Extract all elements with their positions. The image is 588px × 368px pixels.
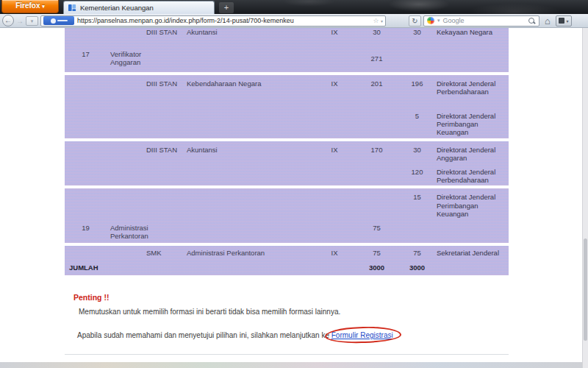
table-cell-no: [65, 246, 107, 261]
table-cell-unit: Direktorat Jenderal Perbendaharaan: [434, 163, 509, 185]
table-cell-pendidikan: [145, 219, 185, 243]
search-icon[interactable]: [528, 17, 536, 25]
table-cell-no: JUMLAH: [65, 261, 107, 275]
table-cell-gol: IX: [316, 28, 353, 46]
back-button[interactable]: ←: [2, 15, 14, 26]
table-cell-unit: Direktorat Jenderal Anggaran: [434, 141, 509, 163]
table-row: DIII STANAkuntansiIX3030Direktorat Jende…: [65, 28, 509, 46]
forward-button[interactable]: →: [16, 17, 24, 25]
search-input[interactable]: ▾ Google: [423, 15, 539, 26]
site-identity-icon: [51, 18, 56, 24]
url-text[interactable]: https://panselnas.menpan.go.id/index.php…: [77, 17, 370, 24]
site-identity-glyph: [57, 20, 68, 21]
search-engine-caret-icon[interactable]: ▾: [437, 18, 440, 24]
table-cell-prodi: [185, 188, 316, 219]
note-line2: Apabila sudah memahami dan menyetujui pi…: [77, 331, 485, 339]
firefox-menu-button[interactable]: Firefox ▾: [1, 0, 59, 13]
table-cell-pendidikan: [145, 163, 185, 185]
table-cell-no: [65, 107, 107, 138]
tab-title: Kementerian Keuangan: [80, 4, 154, 12]
notes-section: Penting !! Memutuskan untuk memilih form…: [74, 293, 485, 339]
table-cell-prodi: [185, 219, 316, 243]
table-cell-pendidikan: [145, 188, 185, 219]
bookmark-star-icon[interactable]: ☆ ▾: [373, 17, 383, 24]
table-cell-count: [401, 219, 434, 243]
table-cell-no: [65, 188, 107, 219]
table-cell-unit: Direktorat Jenderal Perimbangan Keuangan: [434, 107, 509, 138]
table-cell-jabatan: [107, 246, 145, 261]
table-cell-no: 19: [65, 219, 107, 243]
new-tab-button[interactable]: +: [219, 2, 234, 13]
table-cell-unit: Direktorat Jenderal Perimbangan Keuangan: [434, 188, 509, 219]
table-cell-pendidikan: SMK: [145, 246, 185, 261]
home-button[interactable]: ⌂: [542, 15, 553, 26]
table-cell-unit: Direktorat Jenderal Kekayaan Negara: [434, 28, 509, 46]
table-cell-jabatan: [107, 107, 145, 138]
table-cell-unit: [434, 46, 509, 72]
table-cell-count: 196: [401, 75, 434, 107]
table-cell-no: [65, 141, 107, 163]
table-cell-prodi: Akuntansi: [185, 141, 316, 163]
table-cell-pendidikan: DIII STAN: [145, 141, 185, 163]
table-cell-pendidikan: DIII STAN: [145, 28, 185, 46]
table-row: 17Verifikator Anggaran271: [65, 46, 509, 72]
table-cell-gol: IX: [316, 75, 353, 107]
formulir-registrasi-link[interactable]: Formulir Registrasi: [331, 331, 393, 339]
penting-heading: Penting !!: [74, 293, 485, 302]
formasi-table: DIII STANAkuntansiIX3030Direktorat Jende…: [65, 28, 509, 275]
table-cell-count: 30: [401, 28, 434, 46]
table-cell-count: 3000: [401, 261, 434, 275]
table-cell-jumlah: [353, 163, 401, 185]
site-identity-button[interactable]: [43, 16, 74, 25]
table-cell-count: 120: [401, 163, 434, 185]
table-cell-no: [65, 28, 107, 46]
firefox-menu-label: Firefox: [15, 1, 40, 10]
table-cell-no: 17: [65, 46, 107, 72]
taskbar-strip: [0, 362, 582, 368]
table-cell-prodi: [185, 261, 316, 275]
navigation-toolbar: ← → ▾ https://panselnas.menpan.go.id/ind…: [0, 14, 588, 28]
table-cell-prodi: [185, 46, 316, 72]
table-cell-jabatan: Administrasi Perkantoran: [107, 219, 145, 243]
table-cell-unit: [434, 261, 509, 275]
formulir-registrasi-label: Formulir Registrasi: [331, 331, 393, 339]
page-footer: © 2014 PORTAL NASIONAL CPNS 2014 Kembali…: [65, 354, 509, 362]
table-cell-jabatan: [107, 141, 145, 163]
table-row: SMKAdministrasi PerkantoranIX7575Sekreta…: [65, 246, 509, 261]
table-cell-gol: [316, 188, 353, 219]
table-cell-jumlah: [353, 107, 401, 138]
table-cell-pendidikan: [145, 261, 185, 275]
tab-bar: Firefox ▾ Kementerian Keuangan +: [0, 0, 588, 14]
table-cell-gol: IX: [316, 246, 353, 261]
table-cell-unit: Sekretariat Jenderal: [434, 246, 509, 261]
table-cell-count: 75: [401, 246, 434, 261]
table-cell-gol: [316, 46, 353, 72]
address-bar[interactable]: https://panselnas.menpan.go.id/index.php…: [40, 15, 386, 26]
table-cell-jumlah: 170: [353, 141, 401, 163]
table-row-group: SMKAdministrasi PerkantoranIX7575Sekreta…: [65, 246, 509, 275]
table-cell-jabatan: [107, 75, 145, 107]
table-cell-jabatan: [107, 188, 145, 219]
table-cell-gol: [316, 261, 353, 275]
history-dropdown-button[interactable]: ▾: [26, 16, 38, 26]
table-cell-jumlah: 30: [353, 28, 401, 46]
vertical-scrollbar[interactable]: [582, 28, 588, 368]
reload-button[interactable]: ↻: [409, 15, 421, 26]
table-cell-gol: [316, 219, 353, 243]
scrollbar-thumb[interactable]: [584, 238, 587, 341]
table-row: 120Direktorat Jenderal Perbendaharaan: [65, 163, 509, 185]
tab-favicon: [68, 4, 76, 12]
addon-button[interactable]: ▾: [556, 15, 572, 26]
tab-kementerian-keuangan[interactable]: Kementerian Keuangan: [63, 1, 215, 14]
table-cell-jumlah: 75: [353, 246, 401, 261]
table-cell-jumlah: 3000: [353, 261, 401, 275]
table-cell-count: 5: [401, 107, 434, 138]
table-row-group: 15Direktorat Jenderal Perimbangan Keuang…: [65, 188, 509, 243]
table-row-group: DIII STANAkuntansiIX3030Direktorat Jende…: [65, 28, 509, 72]
table-cell-gol: [316, 107, 353, 138]
table-cell-jabatan: [107, 163, 145, 185]
table-cell-jabatan: [107, 261, 145, 275]
table-cell-no: [65, 75, 107, 107]
table-cell-count: [401, 46, 434, 72]
note-line1: Memutuskan untuk memilih formasi ini ber…: [79, 308, 485, 316]
